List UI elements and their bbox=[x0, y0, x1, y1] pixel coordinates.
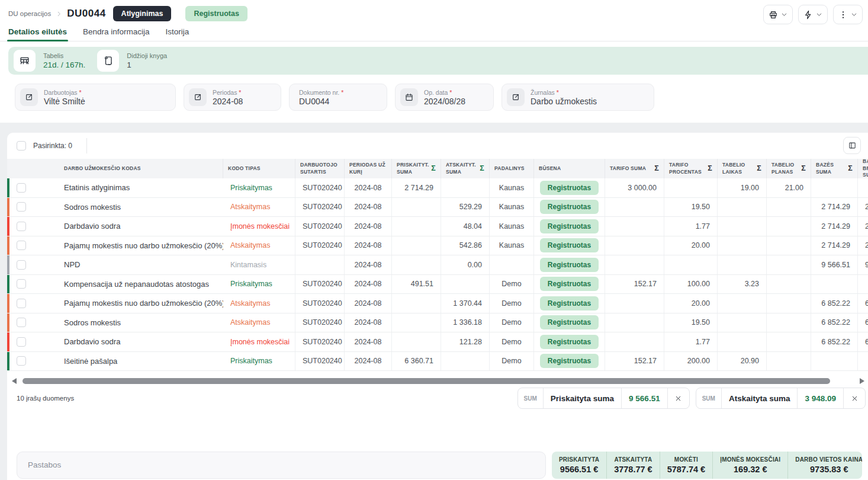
table-row[interactable]: Darbdavio sodraĮmonės mokesčiaiSUT020240… bbox=[7, 332, 868, 352]
sigma-icon[interactable]: Σ bbox=[757, 164, 761, 174]
col-header-kodas[interactable]: DARBO UŽMOKESČIO KODAS bbox=[59, 159, 223, 178]
close-icon[interactable] bbox=[668, 388, 689, 408]
selection-count-label: Pasirinkta: 0 bbox=[33, 142, 72, 150]
close-icon[interactable] bbox=[844, 388, 865, 408]
sigma-icon[interactable]: Σ bbox=[848, 164, 853, 174]
row-checkbox[interactable] bbox=[17, 299, 26, 308]
sum-chip-value: 3 948.09 bbox=[798, 388, 844, 408]
table-row[interactable]: Kompensacija už nepanaudotas atostogasPr… bbox=[7, 275, 868, 295]
col-header-periodas[interactable]: PERIODAS UŽ KURĮ bbox=[345, 159, 392, 178]
row-select-cell bbox=[7, 198, 59, 217]
field-periodas[interactable]: Periodas *2024-08 bbox=[184, 84, 281, 111]
col-header-bazes_suma[interactable]: BAZĖS SUMAΣ bbox=[811, 159, 858, 178]
cell-atskaityta bbox=[441, 178, 490, 197]
cell-tabelio_planas bbox=[767, 294, 811, 313]
open-record-icon[interactable] bbox=[189, 88, 207, 106]
scrollbar-left-arrow[interactable] bbox=[12, 378, 17, 384]
table-row[interactable]: Išeitinė pašalpaPriskaitymasSUT020240202… bbox=[7, 352, 868, 372]
table-row[interactable]: Sodros mokestisAtskaitymasSUT0202402024-… bbox=[7, 198, 868, 217]
sigma-icon[interactable]: Σ bbox=[654, 164, 659, 174]
row-checkbox[interactable] bbox=[17, 202, 26, 212]
calendar-icon[interactable] bbox=[400, 88, 418, 106]
open-record-icon[interactable] bbox=[507, 88, 525, 106]
tab-detalios-eilutes[interactable]: Detalios eilutės bbox=[8, 27, 67, 41]
field-op-data[interactable]: Op. data *2024/08/28 bbox=[395, 84, 494, 111]
table-row[interactable]: NPDKintamasis2024-080.00Registruotas9 56… bbox=[7, 255, 868, 275]
row-checkbox[interactable] bbox=[17, 279, 26, 289]
total-label: DARBO VIETOS KAINA bbox=[795, 456, 862, 463]
cell-tabelio_planas bbox=[767, 236, 811, 255]
sum-chip-label: Atskaityta suma bbox=[722, 388, 798, 408]
row-checkbox[interactable] bbox=[17, 183, 26, 193]
row-checkbox[interactable] bbox=[17, 241, 26, 250]
cell-priskaityta: 6 360.71 bbox=[392, 352, 441, 371]
breadcrumb-parent-link[interactable]: DU operacijos bbox=[8, 10, 51, 17]
stat-tabelis: Tabelis21d. / 167h. bbox=[14, 50, 85, 72]
row-checkbox[interactable] bbox=[17, 222, 26, 231]
cell-bazes_suma: 2 714.29 bbox=[811, 198, 858, 217]
cell-busena: Registruotas bbox=[534, 352, 605, 371]
row-checkbox[interactable] bbox=[17, 356, 26, 366]
table-row[interactable]: Etatinis atlyginimasPriskaitymasSUT02024… bbox=[7, 178, 868, 198]
quick-actions-menu-button[interactable] bbox=[798, 5, 828, 24]
cell-kodas: Pajamų mokestis nuo darbo užmokesčio (20… bbox=[59, 294, 223, 313]
open-record-icon[interactable] bbox=[20, 88, 38, 106]
cell-kodas: Sodros mokestis bbox=[59, 313, 223, 332]
cell-periodas: 2024-08 bbox=[345, 332, 392, 351]
cell-sutartis bbox=[295, 255, 345, 274]
notes-input[interactable] bbox=[17, 452, 546, 479]
cell-sutartis: SUT020240 bbox=[295, 236, 345, 255]
sum-chip-value: 9 566.51 bbox=[622, 388, 668, 408]
sigma-icon[interactable]: Σ bbox=[480, 164, 484, 174]
cell-tabelio_laikas bbox=[718, 313, 767, 332]
col-header-sutartis[interactable]: DARBUOTOJO SUTARTIS bbox=[295, 159, 345, 178]
cell-bazes_brutto: 2 bbox=[858, 217, 868, 236]
col-header-tabelio_laikas[interactable]: TABELIO LAIKASΣ bbox=[718, 159, 767, 178]
col-header-bazes_brutto[interactable]: BA BR SU bbox=[858, 159, 868, 178]
col-header-padalinys[interactable]: PADALINYS bbox=[490, 159, 534, 178]
cell-sutartis: SUT020240 bbox=[295, 217, 345, 236]
col-header-tarifo_procentas[interactable]: TARIFO PROCENTASΣ bbox=[664, 159, 718, 178]
sigma-icon[interactable]: Σ bbox=[801, 164, 806, 174]
col-header-busena[interactable]: BŪSENA bbox=[534, 159, 605, 178]
cell-tipas: Atskaitymas bbox=[223, 294, 295, 313]
row-checkbox[interactable] bbox=[17, 260, 26, 270]
totals-bar: PRISKAITYTA9566.51 €ATSKAITYTA3778.77 €M… bbox=[552, 452, 862, 479]
cell-padalinys: Kaunas bbox=[490, 217, 534, 236]
columns-settings-button[interactable] bbox=[843, 137, 861, 154]
cell-padalinys: Kaunas bbox=[490, 236, 534, 255]
col-header-tabelio_planas[interactable]: TABELIO PLANASΣ bbox=[767, 159, 811, 178]
print-menu-button[interactable] bbox=[763, 5, 793, 24]
cell-tabelio_planas: 21.00 bbox=[767, 178, 811, 197]
col-header-tipas[interactable]: KODO TIPAS bbox=[223, 159, 295, 178]
cell-sutartis: SUT020240 bbox=[295, 352, 345, 371]
table-row[interactable]: Darbdavio sodraĮmonės mokesčiaiSUT020240… bbox=[7, 217, 868, 236]
stat-value: 21d. / 167h. bbox=[43, 60, 85, 69]
sigma-icon[interactable]: Σ bbox=[708, 164, 712, 174]
tab-istorija[interactable]: Istorija bbox=[166, 27, 189, 41]
field-darbuotojas[interactable]: Darbuotojas *Viltė Smiltė bbox=[15, 84, 176, 111]
cell-busena: Registruotas bbox=[534, 332, 605, 351]
more-menu-button[interactable] bbox=[833, 5, 863, 24]
tab-bendra-informacija[interactable]: Bendra informacija bbox=[83, 27, 150, 41]
cell-bazes_suma: 6 852.22 bbox=[811, 294, 858, 313]
field-dokumento-nr[interactable]: Dokumento nr. *DU0044 bbox=[289, 84, 387, 111]
col-header-atskaityta[interactable]: ATSKAITYT. SUMAΣ bbox=[441, 159, 490, 178]
table-row[interactable]: Pajamų mokestis nuo darbo užmokesčio (20… bbox=[7, 294, 868, 313]
row-checkbox[interactable] bbox=[17, 337, 26, 347]
select-all-checkbox[interactable] bbox=[17, 141, 26, 151]
col-header-tarifo_suma[interactable]: TARIFO SUMAΣ bbox=[605, 159, 664, 178]
cell-tarifo_procentas: 19.50 bbox=[664, 313, 718, 332]
table-row[interactable]: Sodros mokestisAtskaitymasSUT0202402024-… bbox=[7, 313, 868, 333]
table-row[interactable]: Pajamų mokestis nuo darbo užmokesčio (20… bbox=[7, 236, 868, 256]
row-select-cell bbox=[7, 275, 59, 294]
scrollbar-thumb[interactable] bbox=[22, 378, 830, 384]
sigma-icon[interactable]: Σ bbox=[431, 164, 436, 174]
field-zurnalas[interactable]: Žurnalas *Darbo užmokestis bbox=[501, 84, 654, 111]
col-header-priskaityta[interactable]: PRISKAITYT. SUMAΣ bbox=[392, 159, 441, 178]
row-type-strip bbox=[7, 313, 9, 332]
row-checkbox[interactable] bbox=[17, 318, 26, 327]
cell-padalinys bbox=[490, 255, 534, 274]
chevron-down-icon bbox=[816, 11, 822, 18]
scrollbar-right-arrow[interactable] bbox=[860, 378, 864, 384]
